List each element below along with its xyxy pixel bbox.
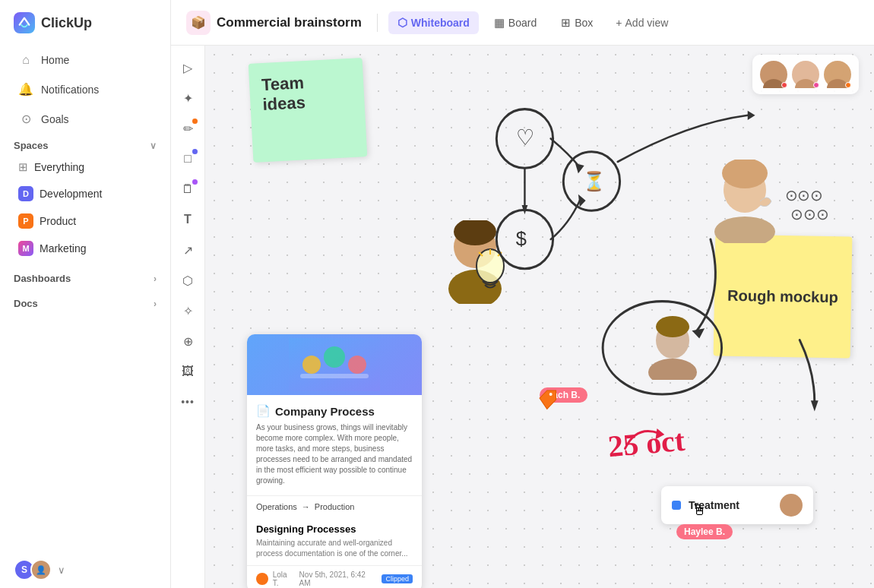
treatment-dot [672, 501, 681, 510]
whiteboard-label: Whiteboard [411, 17, 470, 29]
logo-icon [14, 12, 35, 33]
footer-date: Nov 5th, 2021, 6:42 AM [299, 571, 378, 587]
card-section-text: Maintaining accurate and well-organized … [247, 538, 422, 565]
chevron-down-icon: ∨ [150, 141, 157, 151]
svg-point-23 [656, 316, 689, 337]
network-tool[interactable]: ⬡ [175, 267, 201, 293]
svg-marker-33 [578, 194, 586, 207]
tab-whiteboard[interactable]: ⬡ Whiteboard [388, 11, 479, 34]
ai-tool[interactable]: ✧ [175, 298, 201, 324]
name-badge-zach: Zach B. [540, 387, 587, 403]
cursor-tool[interactable]: ▷ [175, 55, 201, 81]
tab-board[interactable]: ▦ Board [485, 11, 546, 34]
svg-point-9 [348, 356, 366, 374]
sidebar-item-everything[interactable]: ⊞ Everything [5, 155, 166, 179]
card-banner [247, 334, 422, 395]
product-badge: P [18, 213, 33, 229]
note-tool[interactable]: 🗒 [175, 176, 201, 202]
docs-label: Docs [14, 298, 38, 309]
flow-from: Operations [256, 502, 297, 511]
treatment-label: Treatment [689, 499, 739, 511]
card-status-badge: Clipped [382, 574, 413, 583]
sparkle-add-tool[interactable]: ✦ [175, 85, 201, 111]
user-area[interactable]: S 👤 ∨ [0, 552, 170, 588]
sidebar-item-development[interactable]: D Development [5, 181, 166, 207]
spaces-label: Spaces [14, 140, 49, 151]
bell-icon: 🔔 [18, 82, 33, 96]
marketing-label: Marketing [40, 242, 86, 254]
dashboards-label: Dashboards [14, 273, 71, 284]
avatar-photo: 👤 [30, 559, 52, 580]
goals-label: Goals [41, 113, 69, 125]
card-body: 📄 Company Process As your business grows… [247, 395, 422, 495]
text-tool[interactable]: T [175, 207, 201, 232]
chevron-right-icon-docs: › [154, 299, 157, 309]
collaborator-avatars [752, 55, 859, 94]
svg-text:$: $ [516, 227, 527, 251]
more-tool[interactable]: ••• [175, 389, 201, 415]
card-footer: Lola T. Nov 5th, 2021, 6:42 AM Clipped [247, 565, 422, 588]
grid-icon: ⊞ [18, 160, 28, 174]
sidebar-item-product[interactable]: P Product [5, 208, 166, 234]
logo-area[interactable]: ClickUp [0, 0, 170, 46]
card-flow: Operations → Production [247, 495, 422, 517]
globe-tool[interactable]: ⊕ [175, 328, 201, 354]
person-photo-2 [707, 160, 783, 243]
card-section-title: Designing Processes [247, 517, 422, 538]
treatment-card[interactable]: Treatment [661, 486, 813, 524]
flow-arrow: → [302, 502, 310, 511]
svg-point-28 [563, 152, 619, 211]
treatment-avatar [780, 494, 803, 517]
person-photo-1 [441, 220, 509, 304]
topbar: 📦 Commercial brainstorm ⬡ Whiteboard ▦ B… [171, 0, 874, 46]
company-process-card[interactable]: 📄 Company Process As your business grows… [247, 334, 422, 588]
status-dot-1 [781, 82, 787, 88]
svg-point-2 [800, 65, 812, 78]
chevron-down-user-icon: ∨ [58, 564, 65, 576]
dashboards-section[interactable]: Dashboards › [0, 265, 170, 287]
svg-rect-10 [300, 374, 369, 378]
separator [377, 14, 378, 32]
sticky-rough-mockup[interactable]: Rough mockup [714, 234, 853, 358]
tab-box[interactable]: ⊞ Box [552, 11, 602, 34]
home-icon: ⌂ [18, 53, 33, 67]
svg-text:♡: ♡ [516, 125, 534, 150]
sticky-team-ideas[interactable]: Team ideas [249, 58, 368, 163]
shape-tool[interactable]: □ [175, 146, 201, 172]
svg-marker-34 [522, 205, 528, 214]
app-name: ClickUp [41, 15, 92, 31]
svg-point-7 [302, 356, 321, 374]
sidebar: ClickUp ⌂ Home 🔔 Notifications ⊙ Goals S… [0, 0, 171, 588]
avatar-1 [760, 61, 787, 88]
content-row: ▷ ✦ ✏ □ 🗒 T ↗ ⬡ ✧ ⊕ 🖼 ••• [171, 46, 874, 588]
marketing-badge: M [18, 241, 33, 256]
canvas-area[interactable]: Team ideas Rough mockup [205, 46, 874, 588]
avatar-3 [824, 61, 851, 88]
nav-home[interactable]: ⌂ Home [5, 46, 166, 74]
nav-goals[interactable]: ⊙ Goals [5, 105, 166, 133]
spaces-header[interactable]: Spaces ∨ [0, 134, 170, 154]
arrow-tool[interactable]: ↗ [175, 237, 201, 263]
shape-dot [192, 149, 198, 154]
sidebar-item-marketing[interactable]: M Marketing [5, 236, 166, 261]
avatar-2 [792, 61, 819, 88]
author-avatar [256, 573, 268, 585]
person-photo-3 [638, 311, 707, 380]
dev-badge: D [18, 186, 33, 201]
svg-point-4 [831, 65, 844, 78]
nav-notifications[interactable]: 🔔 Notifications [5, 75, 166, 103]
plus-icon: + [616, 17, 622, 29]
docs-section[interactable]: Docs › [0, 290, 170, 312]
svg-text:⊙⊙⊙: ⊙⊙⊙ [785, 187, 823, 204]
image-tool[interactable]: 🖼 [175, 359, 201, 384]
card-title: 📄 Company Process [256, 404, 413, 418]
pen-dot [192, 119, 198, 124]
development-label: Development [40, 188, 103, 200]
goals-icon: ⊙ [18, 112, 33, 126]
doc-title: Commercial brainstorm [217, 15, 362, 30]
pen-tool[interactable]: ✏ [175, 115, 201, 141]
sticky-yellow-text: Rough mockup [727, 286, 838, 306]
board-label: Board [508, 17, 537, 29]
sticky-green-text: Team ideas [261, 73, 306, 114]
add-view-button[interactable]: + Add view [608, 12, 676, 33]
